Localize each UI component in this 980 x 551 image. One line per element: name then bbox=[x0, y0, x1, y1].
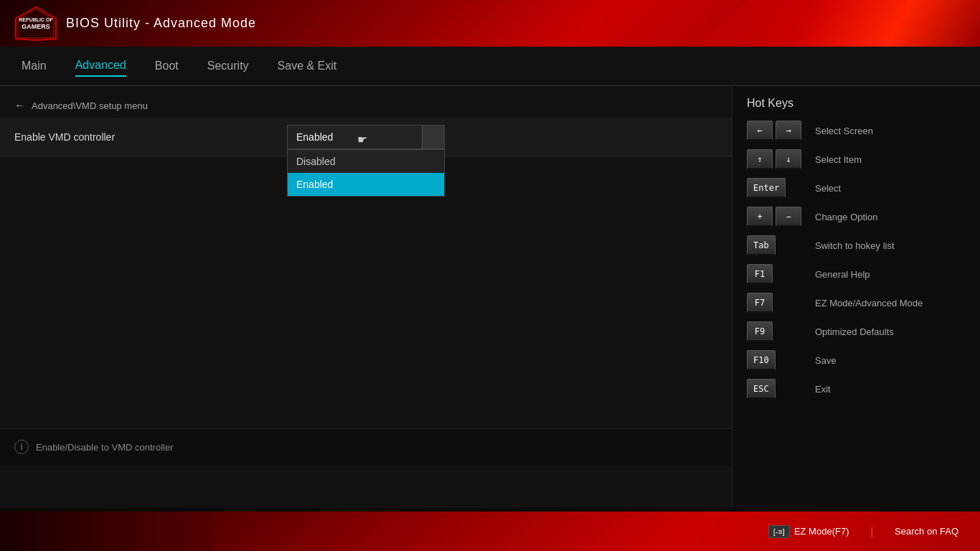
hotkey-keys-f9: F9 bbox=[747, 321, 804, 342]
hotkey-keys-f7: F7 bbox=[747, 293, 804, 313]
hotkey-keys-esc: ESC bbox=[747, 379, 804, 399]
bios-title: BIOS Utility - Advanced Mode bbox=[66, 16, 256, 31]
hotkeys-panel: Hot Keys ← → Select Screen ↑ ↓ Select It… bbox=[732, 86, 980, 508]
svg-text:REPUBLIC OF: REPUBLIC OF bbox=[19, 17, 53, 22]
key-up-arrow[interactable]: ↑ bbox=[747, 149, 773, 169]
hotkey-f9: F9 Optimized Defaults bbox=[747, 321, 966, 342]
hotkey-f10: F10 Save bbox=[747, 350, 966, 370]
hotkey-keys-screen: ← → bbox=[747, 121, 804, 141]
ez-mode-action[interactable]: [-≡] EZ Mode(F7) bbox=[768, 525, 849, 538]
hotkey-label-f10: Save bbox=[815, 355, 966, 366]
key-esc[interactable]: ESC bbox=[747, 379, 776, 399]
hotkey-label-select: Select bbox=[815, 183, 966, 194]
hotkey-keys-select: Enter bbox=[747, 178, 804, 198]
setting-label: Enable VMD controller bbox=[14, 131, 287, 143]
hotkey-select: Enter Select bbox=[747, 178, 966, 198]
bottom-divider: | bbox=[870, 526, 873, 537]
hotkey-keys-option: + − bbox=[747, 207, 804, 227]
breadcrumb-path: Advanced\VMD setup menu bbox=[32, 100, 148, 111]
dropdown-selected[interactable]: Enabled bbox=[287, 125, 445, 149]
ez-mode-icon: [-≡] bbox=[768, 525, 790, 538]
key-plus[interactable]: + bbox=[747, 207, 773, 227]
key-enter[interactable]: Enter bbox=[747, 178, 786, 198]
bottom-bar: [-≡] EZ Mode(F7) | Search on FAQ bbox=[0, 512, 980, 551]
dropdown-options: Disabled Enabled bbox=[287, 149, 445, 197]
nav-save-exit[interactable]: Save & Exit bbox=[278, 56, 337, 76]
key-right-arrow[interactable]: → bbox=[776, 121, 801, 141]
key-f9[interactable]: F9 bbox=[747, 321, 773, 342]
hotkey-esc: ESC Exit bbox=[747, 379, 966, 399]
hotkey-label-f7: EZ Mode/Advanced Mode bbox=[815, 298, 966, 309]
nav-advanced[interactable]: Advanced bbox=[75, 55, 126, 77]
top-banner: REPUBLIC OF GAMERS BIOS Utility - Advanc… bbox=[0, 0, 980, 47]
dropdown-option-disabled[interactable]: Disabled bbox=[288, 150, 444, 173]
search-faq-label: Search on FAQ bbox=[895, 526, 958, 537]
nav-bar: Main Advanced Boot Security Save & Exit bbox=[0, 47, 980, 86]
key-left-arrow[interactable]: ← bbox=[747, 121, 773, 141]
svg-text:GAMERS: GAMERS bbox=[22, 23, 50, 30]
hotkey-f1: F1 General Help bbox=[747, 264, 966, 284]
hotkey-label-option: Change Option bbox=[815, 212, 966, 222]
main-content: ← Advanced\VMD setup menu Enable VMD con… bbox=[0, 86, 732, 508]
key-f10[interactable]: F10 bbox=[747, 350, 776, 370]
hotkey-label-esc: Exit bbox=[815, 384, 966, 395]
info-text: Enable/Disable to VMD controller bbox=[36, 442, 173, 453]
breadcrumb: ← Advanced\VMD setup menu bbox=[0, 93, 732, 118]
hotkey-tab: Tab Switch to hokey list bbox=[747, 235, 966, 255]
dropdown-option-enabled[interactable]: Enabled bbox=[288, 173, 444, 196]
hotkey-label-item: Select Item bbox=[815, 154, 966, 165]
hotkey-label-f1: General Help bbox=[815, 269, 966, 280]
hotkeys-title: Hot Keys bbox=[747, 97, 966, 110]
hotkey-keys-tab: Tab bbox=[747, 235, 804, 255]
ez-mode-label: EZ Mode(F7) bbox=[794, 526, 849, 537]
hotkey-select-item: ↑ ↓ Select Item bbox=[747, 149, 966, 169]
key-f1[interactable]: F1 bbox=[747, 264, 773, 284]
dropdown-container: Enabled Disabled Enabled bbox=[287, 125, 717, 149]
rog-logo-icon: REPUBLIC OF GAMERS bbox=[14, 6, 57, 42]
search-faq-action[interactable]: Search on FAQ bbox=[895, 526, 958, 537]
key-minus[interactable]: − bbox=[776, 207, 801, 227]
hotkey-label-tab: Switch to hokey list bbox=[815, 240, 966, 251]
dropdown-value: Enabled bbox=[296, 131, 333, 143]
info-icon: i bbox=[14, 440, 29, 454]
hotkey-f7: F7 EZ Mode/Advanced Mode bbox=[747, 293, 966, 313]
nav-main[interactable]: Main bbox=[22, 56, 47, 76]
settings-row: Enable VMD controller Enabled Disabled E… bbox=[0, 118, 732, 157]
nav-boot[interactable]: Boot bbox=[155, 56, 179, 76]
hotkey-label-f9: Optimized Defaults bbox=[815, 326, 966, 337]
hotkey-label-screen: Select Screen bbox=[815, 126, 966, 136]
hotkey-keys-f10: F10 bbox=[747, 350, 804, 370]
hotkey-change-option: + − Change Option bbox=[747, 207, 966, 227]
info-bar: i Enable/Disable to VMD controller bbox=[0, 428, 732, 465]
logo-area: REPUBLIC OF GAMERS BIOS Utility - Advanc… bbox=[14, 6, 256, 42]
hotkey-select-screen: ← → Select Screen bbox=[747, 121, 966, 141]
hotkey-keys-item: ↑ ↓ bbox=[747, 149, 804, 169]
key-down-arrow[interactable]: ↓ bbox=[776, 149, 801, 169]
nav-security[interactable]: Security bbox=[207, 56, 249, 76]
key-f7[interactable]: F7 bbox=[747, 293, 773, 313]
breadcrumb-arrow-icon: ← bbox=[14, 99, 26, 112]
key-tab[interactable]: Tab bbox=[747, 235, 776, 255]
hotkey-keys-f1: F1 bbox=[747, 264, 804, 284]
